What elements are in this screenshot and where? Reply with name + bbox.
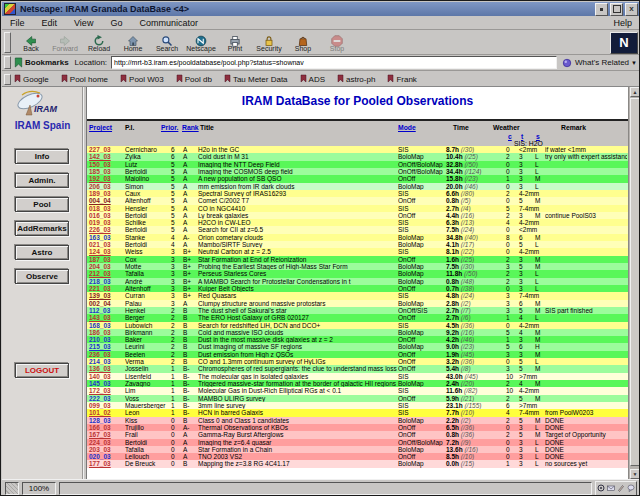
toolbar-grip[interactable] [4,32,11,53]
toolbar-button-back[interactable]: Back [14,31,48,54]
project-link[interactable]: 101_02 [89,409,124,416]
header-rank[interactable]: Rank [182,124,199,131]
personal-link-tau-meter-data[interactable]: Tau Meter Data [224,74,288,85]
location-grip[interactable] [4,56,11,69]
personal-link-frank[interactable]: Frank [387,74,416,85]
project-link[interactable]: 187_03 [89,256,124,263]
bookmarks-button[interactable]: Bookmarks [25,58,69,67]
project-link[interactable]: 112_03 [89,307,124,314]
project-link[interactable]: 099_03 [89,402,124,409]
toolbar-button-print[interactable]: Print [218,31,252,54]
discussions-icon[interactable] [627,484,635,492]
header-weather-c[interactable]: c [508,133,512,140]
project-link[interactable]: 143_03 [89,314,124,321]
header-weather-t[interactable]: t [521,133,523,140]
toolbar-button-reload[interactable]: Reload [82,31,116,54]
personal-link-pool-home[interactable]: Pool home [61,74,108,85]
personal-link-google[interactable]: Google [14,74,49,85]
vertical-scrollbar[interactable]: ▲ ▼ [628,87,640,479]
sidebar-button-addremarks[interactable]: AddRemarks [15,221,69,236]
project-link[interactable]: 016_03 [89,212,124,219]
project-link[interactable]: 168_03 [89,322,124,329]
project-link[interactable]: 236_03 [89,351,124,358]
header-project[interactable]: Project [89,124,112,131]
project-link[interactable]: 136_03 [89,365,124,372]
project-link[interactable]: 021_03 [89,241,124,248]
project-link[interactable]: 128_03 [89,417,124,424]
project-link[interactable]: 221_03 [89,285,124,292]
sidebar-button-pool[interactable]: Pool [15,197,69,212]
toolbar-button-search[interactable]: Search [150,31,184,54]
window-maximize-button[interactable] [610,3,623,16]
project-link[interactable]: 192_03 [89,175,124,182]
scroll-up-icon[interactable]: ▲ [630,87,640,97]
project-link[interactable]: 139_03 [89,292,124,299]
toolbar-button-netscape[interactable]: Netscape [184,31,218,54]
project-link[interactable]: 019_03 [89,219,124,226]
project-link[interactable]: 150_03 [89,161,124,168]
personal-link-pool-w03[interactable]: Pool W03 [120,74,164,85]
project-link[interactable]: 227_03 [89,146,124,153]
window-close-button[interactable]: x [625,3,638,16]
whats-related-button[interactable]: What's Related ▼ [562,58,637,68]
project-link[interactable]: 177_03 [89,460,124,467]
composer-icon[interactable] [617,484,625,492]
menu-item-view[interactable]: View [74,18,93,28]
personal-link-pool-db[interactable]: Pool db [176,74,212,85]
scroll-down-icon[interactable]: ▼ [630,469,640,479]
navigator-icon[interactable] [597,484,605,492]
project-link[interactable]: 186_03 [89,329,124,336]
url-input[interactable]: http://mrt-b3.iram.es/pooldatabase/pool.… [111,56,557,69]
project-link[interactable]: 163_03 [89,234,124,241]
project-link[interactable]: 002_04 [89,300,124,307]
project-link[interactable]: 224_03 [89,439,124,446]
sidebar-button-info[interactable]: Info [15,149,69,164]
toolbar-button-forward[interactable]: Forward [48,31,82,54]
header-weather-s[interactable]: s [536,133,540,140]
toolbar-button-home[interactable]: Home [116,31,150,54]
project-link[interactable]: 189_03 [89,190,124,197]
project-link[interactable]: 214_03 [89,358,124,365]
title-bar[interactable]: Netscape: IRAM Granada DataBase <4> x [2,2,640,16]
project-link[interactable]: 226_03 [89,226,124,233]
menu-item-go[interactable]: Go [110,18,122,28]
project-link[interactable]: 124_03 [89,248,124,255]
project-link[interactable]: 203_03 [89,446,124,453]
project-link[interactable]: 206_03 [89,183,124,190]
sidebar-button-observe[interactable]: Observe [15,269,69,284]
project-link[interactable]: 167_03 [89,431,124,438]
project-link[interactable]: 166_03 [89,424,124,431]
netscape-logo[interactable]: N [610,32,638,54]
toolbar-button-shop[interactable]: Shop [286,31,320,54]
project-link[interactable]: 185_03 [89,168,124,175]
menu-item-edit[interactable]: Edit [42,18,58,28]
personal-link-astro-ph[interactable]: astro-ph [337,74,375,85]
project-link[interactable]: 172_03 [89,387,124,394]
project-link[interactable]: 215_03 [89,343,124,350]
toolbar-button-security[interactable]: Security [252,31,286,54]
project-link[interactable]: 140_03 [89,373,124,380]
scrollbar-thumb[interactable] [630,98,640,466]
component-bar[interactable] [595,481,637,496]
logout-button[interactable]: LOGOUT [15,363,69,378]
menu-item-communicator[interactable]: Communicator [139,18,198,28]
project-link[interactable]: 020_03 [89,453,124,460]
project-link[interactable]: 222_03 [89,395,124,402]
header-prior[interactable]: Prior. [161,124,178,131]
toolbar-button-stop[interactable]: Stop [320,31,354,54]
project-link[interactable]: 210_03 [89,336,124,343]
sidebar-button-admin[interactable]: Admin. [15,173,69,188]
window-minimize-button[interactable] [595,3,608,16]
project-link[interactable]: 142_03 [89,153,124,160]
project-link[interactable]: 218_03 [89,278,124,285]
personal-link-ads[interactable]: ADS [300,74,325,85]
sidebar-button-astro[interactable]: Astro [15,245,69,260]
project-link[interactable]: 004_04 [89,197,124,204]
personal-grip[interactable] [4,74,11,85]
menu-item-help[interactable]: Help [613,18,632,28]
header-mode[interactable]: Mode [398,124,416,131]
project-link[interactable]: 204_03 [89,263,124,270]
project-link[interactable]: 145_03 [89,380,124,387]
menu-item-file[interactable]: File [10,18,25,28]
component-bar-grip[interactable] [5,482,19,495]
